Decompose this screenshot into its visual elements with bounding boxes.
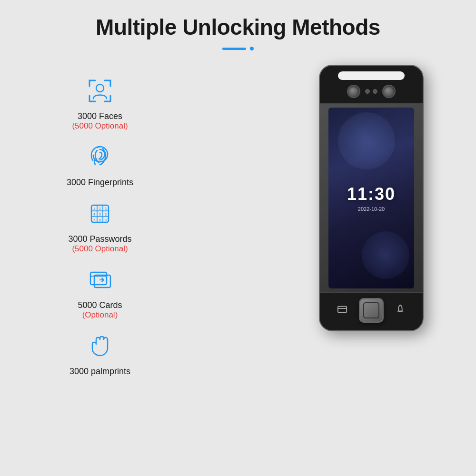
face-scan-icon [83, 74, 117, 108]
screen-circle-2 [362, 231, 409, 279]
main-container: Multiple Unlocking Methods [0, 0, 476, 476]
card-icon [83, 263, 117, 297]
palm-icon [83, 329, 117, 363]
svg-text:9: 9 [105, 218, 107, 222]
content-area: 3000 Faces (5000 Optional) [0, 69, 476, 386]
device-top [320, 66, 423, 104]
svg-point-0 [96, 84, 104, 92]
svg-text:2: 2 [99, 207, 101, 210]
sensors-row [347, 85, 396, 98]
bottom-icons-row [337, 298, 406, 323]
svg-text:3: 3 [105, 207, 107, 210]
cards-label: 5000 Cards [78, 300, 122, 310]
sensor-right [382, 85, 396, 98]
sensor-dot-2 [373, 89, 377, 94]
fingerprint-btn-inner [363, 302, 379, 318]
feature-passwords: 1 2 3 4 5 6 7 8 9 3000 Passwords (5000 O… [29, 197, 171, 254]
feature-cards: 5000 Cards (Optional) [29, 263, 171, 320]
device-bottom [320, 292, 423, 330]
device: 11:30 2022-10-20 [319, 65, 424, 331]
faces-label: 3000 Faces [78, 111, 122, 121]
sensor-dot-1 [365, 89, 370, 94]
feature-palmprints: 3000 palmprints [29, 329, 171, 377]
svg-text:5: 5 [99, 213, 101, 216]
card-bottom-icon [337, 304, 347, 317]
palmprints-label: 3000 palmprints [69, 367, 130, 377]
sensor-left [347, 85, 360, 98]
faces-optional: (5000 Optional) [72, 121, 128, 131]
keypad-icon: 1 2 3 4 5 6 7 8 9 [83, 197, 117, 230]
screen-date: 2022-10-20 [358, 206, 385, 212]
bell-bottom-icon [395, 304, 406, 317]
feature-fingerprints: 3000 Fingerprints [29, 140, 171, 188]
page-title: Multiple Unlocking Methods [96, 14, 380, 40]
fingerprint-icon [83, 140, 117, 174]
features-list: 3000 Faces (5000 Optional) [29, 69, 171, 386]
screen-circle-1 [338, 112, 395, 169]
fingerprints-label: 3000 Fingerprints [67, 178, 133, 188]
dot-circle [250, 47, 254, 50]
device-white-bar [338, 71, 405, 80]
svg-text:4: 4 [93, 213, 95, 216]
device-container: 11:30 2022-10-20 [295, 65, 447, 331]
svg-text:7: 7 [93, 218, 95, 222]
fingerprint-button[interactable] [359, 298, 384, 323]
svg-text:6: 6 [105, 213, 107, 216]
svg-rect-15 [90, 272, 107, 285]
cards-optional: (Optional) [82, 310, 118, 320]
device-screen: 11:30 2022-10-20 [328, 108, 414, 288]
sensor-middle [365, 89, 377, 94]
subtitle-decorator [222, 47, 254, 50]
svg-text:1: 1 [93, 207, 95, 210]
passwords-label: 3000 Passwords [68, 234, 131, 244]
screen-time: 11:30 [347, 184, 396, 204]
passwords-optional: (5000 Optional) [72, 244, 128, 254]
dot-line [222, 48, 246, 50]
svg-rect-18 [338, 306, 347, 312]
svg-text:8: 8 [99, 218, 101, 222]
feature-faces: 3000 Faces (5000 Optional) [29, 74, 171, 131]
